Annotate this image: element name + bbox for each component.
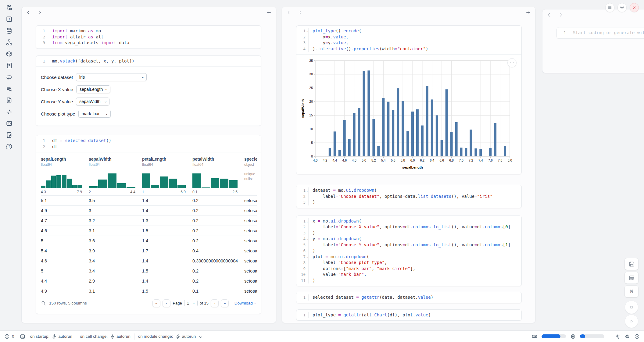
bar-chart[interactable]: 4.04.24.44.64.85.05.25.45.65.86.06.26.46…	[300, 58, 518, 172]
code-line[interactable]: 1⌄dataset = mo.ui.dropdown(	[296, 187, 521, 194]
code-line[interactable]: 1df = selected_dataset()	[36, 138, 261, 144]
code-line[interactable]: 2df	[36, 144, 261, 150]
dependency-graph-icon[interactable]	[6, 39, 13, 46]
code-line[interactable]: 11)	[296, 278, 521, 284]
table-row[interactable]: 4.931.40.2setosa	[41, 205, 257, 216]
cell-xy-plot-dropdowns[interactable]: 1⌄x = mo.ui.dropdown(2 label="Choose X v…	[296, 216, 522, 287]
code-line[interactable]: 1⌄x = mo.ui.dropdown(	[296, 218, 521, 224]
column-histogram[interactable]	[41, 171, 82, 188]
column-name[interactable]: petalLength	[142, 157, 192, 162]
column-name[interactable]: sepalWidth	[89, 157, 142, 162]
cell-vstack[interactable]: 1mo.vstack([dataset, x, y, plot]) Choose…	[36, 55, 261, 126]
ai-sparkles-button[interactable]	[615, 334, 620, 339]
code-line[interactable]: 6)	[296, 248, 521, 254]
errors-badge[interactable]: 0	[4, 334, 14, 339]
page-select[interactable]: 1	[184, 300, 198, 306]
column-forward-button[interactable]	[558, 12, 563, 17]
code-line[interactable]: 3)	[296, 199, 521, 205]
add-cell-button[interactable]	[266, 10, 272, 15]
code-line[interactable]: 1selected_dataset = getattr(data, datase…	[296, 294, 521, 301]
scroll-icon[interactable]	[6, 62, 13, 69]
package-icon[interactable]	[6, 51, 13, 57]
add-cell-button[interactable]	[525, 10, 531, 15]
column-back-button[interactable]	[286, 10, 291, 15]
code-line[interactable]: 2 x=x.value,	[296, 34, 521, 40]
column-histogram[interactable]	[89, 171, 135, 188]
table-row[interactable]: 4.42.91.40.2setosa	[41, 276, 257, 286]
code-line[interactable]: 4).interactive().properties(width="conta…	[296, 46, 521, 52]
table-column-header[interactable]: species objectuniquenulls:	[244, 157, 257, 195]
code-line[interactable]: 2import altair as alt	[36, 34, 261, 40]
code-line[interactable]: 4⌄y = mo.ui.dropdown(	[296, 236, 521, 242]
table-column-header[interactable]: petalLength float64 16.9	[142, 157, 192, 195]
column-name[interactable]: petalWidth	[192, 157, 244, 162]
column-name[interactable]: species	[244, 157, 257, 162]
chat-bot-icon[interactable]	[6, 74, 13, 80]
table-row[interactable]: 53.41.50.2setosa	[41, 266, 257, 276]
code-line[interactable]: 3 y=y.value,	[296, 40, 521, 46]
function-square-icon[interactable]: ƒ	[6, 16, 13, 23]
code-square-icon[interactable]	[6, 120, 13, 127]
on-cell-change-setting[interactable]: on cell change: autorun	[80, 334, 131, 339]
column-back-button[interactable]	[26, 10, 31, 15]
code-line[interactable]: 2 label="Choose X value", options=df.col…	[296, 224, 521, 230]
code-line[interactable]: 3from vega_datasets import data	[36, 40, 261, 46]
code-line[interactable]: 1plot_type = getattr(alt.Chart(df), plot…	[296, 312, 521, 318]
run-button[interactable]	[625, 315, 638, 328]
code-line[interactable]: 9 options=["mark_bar", "mark_circle"],	[296, 266, 521, 272]
code-line[interactable]: 1import marimo as mo	[36, 28, 261, 34]
column-histogram[interactable]	[142, 171, 186, 188]
save-button[interactable]	[624, 258, 639, 270]
command-palette-button[interactable]: ⌘	[624, 285, 639, 297]
table-header[interactable]: sepalLength float64 4.37.9sepalWidth flo…	[41, 156, 257, 195]
on-startup-setting[interactable]: on startup: autorun	[30, 334, 73, 339]
list-search-icon[interactable]	[6, 85, 13, 92]
x-value-select[interactable]: sepalLength	[76, 85, 110, 93]
cell-empty[interactable]: 1 Start coding or generate with AI	[556, 27, 644, 39]
table-search-icon[interactable]	[41, 301, 46, 306]
code-line[interactable]: 8 label="Choose plot type",	[296, 260, 521, 266]
next-page-button[interactable]: ›	[211, 299, 219, 307]
chart-menu-button[interactable]	[507, 58, 517, 67]
column-forward-button[interactable]	[38, 10, 42, 15]
code-line[interactable]: 1mo.vstack([dataset, x, y, plot])	[36, 58, 261, 64]
close-button[interactable]	[630, 3, 639, 12]
y-value-select[interactable]: sepalWidth	[76, 98, 109, 105]
table-column-header[interactable]: sepalWidth float64 24.4	[89, 157, 142, 195]
last-page-button[interactable]: »	[221, 299, 229, 307]
cell-dataframe[interactable]: 1df = selected_dataset()2df sepalLength …	[36, 135, 261, 314]
first-page-button[interactable]: «	[152, 299, 160, 307]
download-button[interactable]: Download⌄	[234, 301, 257, 305]
code-line[interactable]: 1⌄plot_type().encode(	[296, 28, 521, 34]
code-line[interactable]: 2 label="Choose dataset", options=data.l…	[296, 194, 521, 200]
layout-button[interactable]	[624, 272, 639, 284]
cell-dataset-dropdown[interactable]: 1⌄dataset = mo.ui.dropdown(2 label="Choo…	[296, 185, 522, 208]
on-module-change-setting[interactable]: on module change: autorun	[138, 334, 202, 339]
terminal-button[interactable]	[20, 334, 25, 339]
code-line[interactable]: 10 value="mark_bar",	[296, 272, 521, 278]
notebook-pen-icon[interactable]	[6, 132, 13, 138]
cell-plot-type[interactable]: 1plot_type = getattr(alt.Chart(df), plot…	[296, 309, 522, 321]
table-column-header[interactable]: sepalLength float64 4.37.9	[41, 157, 89, 195]
database-icon[interactable]	[6, 27, 13, 34]
code-line[interactable]: 3)	[296, 230, 521, 236]
copilot-button[interactable]	[624, 334, 630, 339]
table-row[interactable]: 5.13.51.40.2setosa	[41, 195, 257, 205]
editor-placeholder[interactable]: Start coding or generate with AI	[569, 30, 644, 36]
column-forward-button[interactable]	[298, 10, 303, 15]
prev-page-button[interactable]: ‹	[163, 299, 170, 307]
table-row[interactable]: 4.73.21.30.2setosa	[41, 216, 257, 226]
connection-status-button[interactable]	[634, 334, 640, 339]
cell-selected-dataset[interactable]: 1selected_dataset = getattr(data, datase…	[296, 292, 522, 303]
file-tree-icon[interactable]	[6, 4, 13, 11]
table-column-header[interactable]: petalWidth float64 0.12.5	[192, 157, 244, 195]
table-row[interactable]: 5.43.91.70.4setosa	[41, 246, 257, 256]
column-back-button[interactable]	[547, 12, 552, 17]
table-row[interactable]: 4.63.41.40.30000000000000004setosa	[41, 256, 257, 266]
column-name[interactable]: sepalLength	[41, 157, 89, 162]
plot-type-select[interactable]: mark_bar	[78, 110, 111, 118]
dataset-select[interactable]: iris	[76, 73, 147, 81]
file-text-icon[interactable]	[6, 97, 13, 104]
code-line[interactable]: 7⌄plot = mo.ui.dropdown(	[296, 254, 521, 260]
column-histogram[interactable]	[192, 171, 238, 188]
